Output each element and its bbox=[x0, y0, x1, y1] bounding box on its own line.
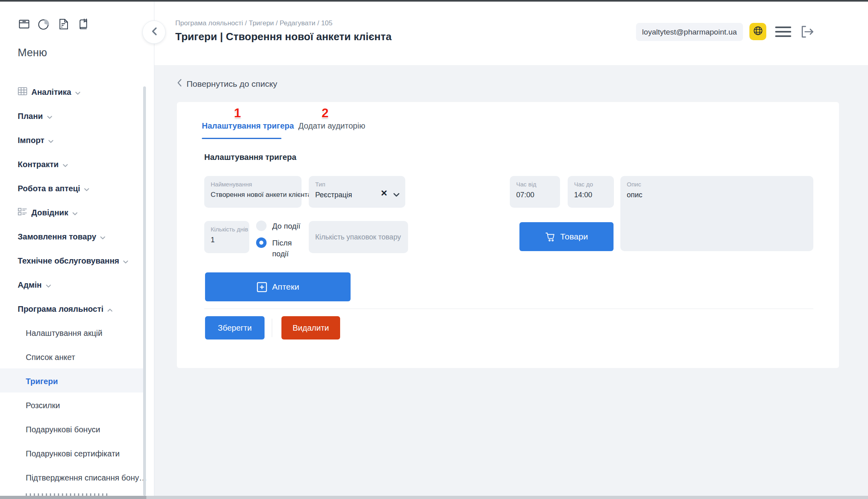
tab-trigger-settings[interactable]: Налаштування тригера bbox=[202, 121, 294, 131]
sidebar-item-label: Робота в аптеці bbox=[18, 184, 80, 193]
sidebar-item-tehnichne[interactable]: Технічне обслуговування bbox=[18, 256, 128, 266]
pie-chart-icon[interactable] bbox=[37, 18, 50, 32]
time-from-label: Час від bbox=[516, 181, 536, 188]
sidebar-item-zamovlennya[interactable]: Замовлення товару bbox=[18, 231, 105, 242]
sidebar-item-label: Плани bbox=[18, 112, 43, 121]
packages-count-field[interactable]: Кількість упаковок товару bbox=[309, 221, 408, 253]
sidebar-item-dovidnyk[interactable]: Довідник bbox=[18, 207, 78, 218]
chevron-down-icon bbox=[47, 112, 52, 121]
chevron-down-icon bbox=[63, 160, 68, 169]
time-to-field[interactable]: Час до 14:00 bbox=[568, 176, 614, 208]
grid-icon bbox=[18, 87, 27, 98]
sidebar-item-kontrakty[interactable]: Контракти bbox=[18, 159, 68, 170]
sidebar-item-plany[interactable]: Плани bbox=[18, 111, 52, 121]
chevron-down-icon bbox=[84, 184, 89, 193]
sidebar-scrollbar[interactable] bbox=[143, 86, 146, 496]
sidebar-subitem-trygery[interactable]: Тригери bbox=[26, 376, 58, 387]
days-count-label: Кількість днів bbox=[211, 226, 248, 233]
products-button[interactable]: Товари bbox=[519, 222, 614, 251]
description-label: Опис bbox=[627, 181, 641, 188]
active-item-highlight bbox=[0, 368, 143, 393]
time-from-field[interactable]: Час від 07:00 bbox=[510, 176, 560, 208]
sidebar-item-label: Контракти bbox=[18, 160, 59, 169]
user-email-badge[interactable]: loyaltytest@pharmapoint.ua bbox=[636, 23, 743, 41]
description-field[interactable]: Опис опис bbox=[620, 176, 813, 251]
sidebar-item-import[interactable]: Імпорт bbox=[18, 135, 53, 145]
book-icon[interactable] bbox=[77, 18, 90, 32]
chevron-left-icon bbox=[151, 27, 157, 37]
tab-add-audience[interactable]: Додати аудиторію bbox=[298, 121, 365, 131]
sidebar-item-programa-loyalnosti[interactable]: Програма лояльності bbox=[18, 304, 113, 314]
sidebar-title: Меню bbox=[18, 47, 47, 59]
document-icon[interactable] bbox=[57, 18, 70, 32]
name-field-label: Найменування bbox=[211, 181, 252, 188]
sidebar-collapse-button[interactable] bbox=[142, 20, 166, 44]
chevron-down-icon bbox=[72, 208, 78, 217]
logout-icon[interactable] bbox=[799, 25, 815, 40]
sidebar-item-label: Адмін bbox=[18, 280, 42, 290]
type-field[interactable]: Тип Реєстрація ✕ bbox=[309, 176, 405, 208]
radio-after-event[interactable]: Після події bbox=[256, 237, 308, 260]
sidebar-item-analitika[interactable]: Аналітика bbox=[18, 87, 80, 97]
globe-icon bbox=[753, 25, 763, 38]
list-icon bbox=[18, 207, 27, 218]
active-tab-underline bbox=[202, 138, 281, 139]
chevron-up-icon bbox=[107, 305, 113, 314]
clear-icon[interactable]: ✕ bbox=[380, 189, 388, 197]
plus-box-icon bbox=[257, 282, 267, 292]
menu-icon[interactable] bbox=[775, 27, 791, 37]
top-strip bbox=[0, 0, 868, 2]
radio-unselected-icon[interactable] bbox=[256, 221, 267, 231]
chevron-down-icon bbox=[48, 136, 53, 145]
sidebar-item-label: Довідник bbox=[31, 208, 68, 217]
time-to-value: 14:00 bbox=[574, 191, 592, 199]
annotation-2: 2 bbox=[322, 106, 328, 121]
chevron-down-icon bbox=[46, 280, 51, 290]
sidebar-subitem-podarunkovi-sertyfikaty[interactable]: Подарункові сертифікати bbox=[26, 448, 120, 459]
chevron-left-icon bbox=[177, 79, 182, 89]
sidebar-subitem-podarunkovi-bonusy[interactable]: Подарункові бонуси bbox=[26, 424, 100, 435]
box-icon[interactable] bbox=[18, 18, 31, 32]
language-button[interactable] bbox=[749, 23, 766, 40]
sidebar-subitem-spysok-anket[interactable]: Список анкет bbox=[26, 352, 75, 362]
sidebar-item-label: Технічне обслуговування bbox=[18, 256, 119, 266]
annotation-1: 1 bbox=[234, 106, 241, 121]
sidebar-subitem-rozsylky[interactable]: Розсилки bbox=[26, 400, 60, 411]
section-title: Налаштування тригера bbox=[204, 153, 296, 162]
type-field-value: Реєстрація bbox=[315, 191, 352, 199]
page-title: Тригери | Створення нової анкети клієнта bbox=[175, 31, 392, 43]
pharmacies-button[interactable]: Аптеки bbox=[205, 272, 351, 301]
delete-button[interactable]: Видалити bbox=[281, 316, 340, 339]
name-field-value: Створення нової анкети клієнта bbox=[211, 191, 311, 199]
trigger-edit-card: 1 2 Налаштування тригера Додати аудиторі… bbox=[177, 102, 839, 368]
back-to-list-link[interactable]: Повернутись до списку bbox=[177, 79, 277, 89]
chevron-down-icon[interactable] bbox=[393, 191, 400, 198]
sidebar-subitem-pidtverdzhennya[interactable]: Підтвердження списання бону… bbox=[26, 472, 147, 483]
chevron-down-icon bbox=[75, 88, 80, 97]
radio-selected-icon[interactable] bbox=[256, 237, 267, 248]
time-from-value: 07:00 bbox=[516, 191, 534, 199]
days-count-field[interactable]: Кількість днів 1 bbox=[204, 221, 249, 253]
app-screen: Меню Аналітика Плани Імпорт Контракти Ро… bbox=[0, 0, 868, 499]
radio-before-event[interactable]: До події bbox=[256, 221, 308, 232]
sidebar-item-label: Замовлення товару bbox=[18, 232, 96, 241]
time-to-label: Час до bbox=[574, 181, 593, 188]
sidebar-item-robota-v-apteci[interactable]: Робота в аптеці bbox=[18, 183, 89, 194]
sidebar-item-admin[interactable]: Адмін bbox=[18, 280, 51, 290]
type-field-label: Тип bbox=[315, 181, 325, 188]
breadcrumb: Програма лояльності / Тригери / Редагува… bbox=[175, 19, 332, 27]
name-field[interactable]: Найменування Створення нової анкети кліє… bbox=[204, 176, 302, 208]
chevron-down-icon bbox=[123, 256, 128, 266]
sidebar-subitem-nalashtuvannya-akciy[interactable]: Налаштування акцій bbox=[26, 328, 103, 338]
horizontal-scrollbar-thumb[interactable] bbox=[0, 496, 146, 499]
description-value: опис bbox=[627, 191, 642, 199]
sidebar-item-label: Програма лояльності bbox=[18, 305, 103, 314]
sidebar-quick-icons bbox=[18, 18, 90, 32]
event-timing-radio-group: До події Після події bbox=[256, 221, 308, 260]
packages-placeholder: Кількість упаковок товару bbox=[315, 221, 401, 253]
chevron-down-icon bbox=[100, 232, 105, 241]
days-count-value: 1 bbox=[211, 236, 215, 244]
save-button[interactable]: Зберегти bbox=[205, 316, 265, 339]
button-separator bbox=[272, 319, 272, 337]
sidebar-item-label: Аналітика bbox=[31, 88, 71, 97]
